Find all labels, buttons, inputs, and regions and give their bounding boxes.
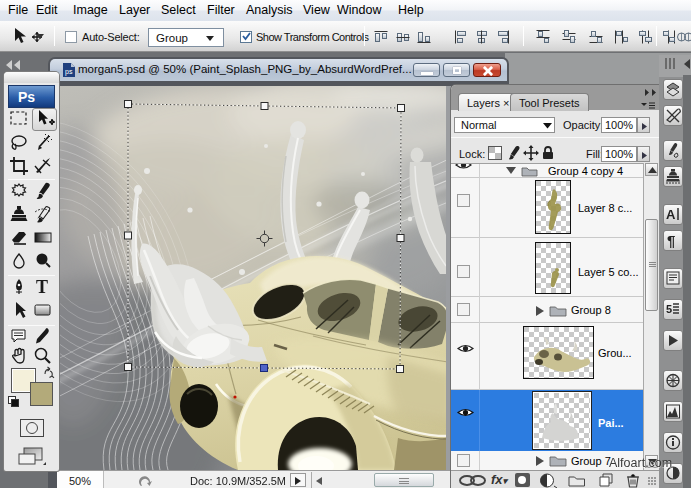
- svg-text:5: 5: [666, 303, 672, 315]
- svg-text:A: A: [666, 207, 676, 222]
- svg-text:T: T: [36, 277, 48, 297]
- svg-text:ps: ps: [65, 68, 73, 76]
- svg-text:¶: ¶: [667, 232, 675, 249]
